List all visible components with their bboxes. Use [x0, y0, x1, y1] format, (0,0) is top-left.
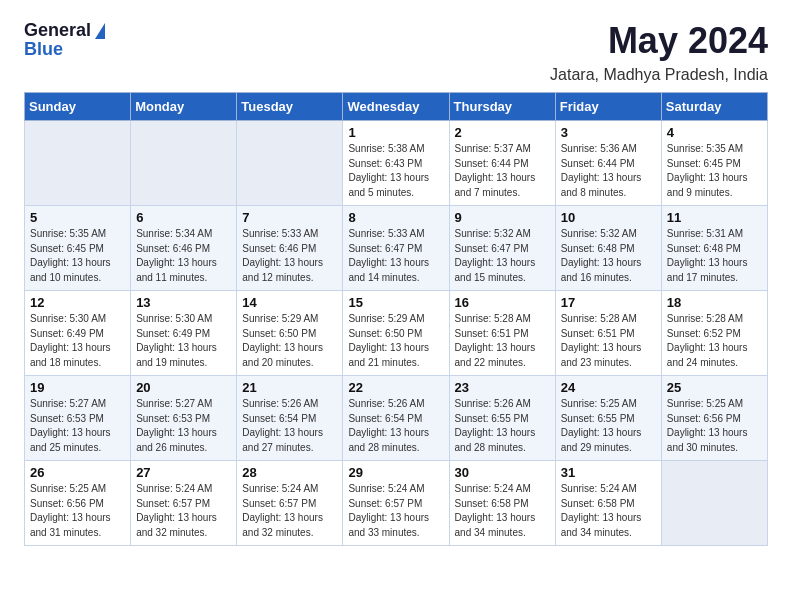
logo-triangle-icon — [95, 23, 105, 39]
col-monday: Monday — [131, 93, 237, 121]
day-number: 2 — [455, 125, 550, 140]
day-info: Sunrise: 5:30 AM Sunset: 6:49 PM Dayligh… — [136, 312, 231, 370]
day-info: Sunrise: 5:24 AM Sunset: 6:57 PM Dayligh… — [348, 482, 443, 540]
day-number: 1 — [348, 125, 443, 140]
day-info: Sunrise: 5:34 AM Sunset: 6:46 PM Dayligh… — [136, 227, 231, 285]
day-info: Sunrise: 5:38 AM Sunset: 6:43 PM Dayligh… — [348, 142, 443, 200]
table-row: 20Sunrise: 5:27 AM Sunset: 6:53 PM Dayli… — [131, 376, 237, 461]
table-row: 18Sunrise: 5:28 AM Sunset: 6:52 PM Dayli… — [661, 291, 767, 376]
day-number: 4 — [667, 125, 762, 140]
day-info: Sunrise: 5:33 AM Sunset: 6:47 PM Dayligh… — [348, 227, 443, 285]
table-row: 11Sunrise: 5:31 AM Sunset: 6:48 PM Dayli… — [661, 206, 767, 291]
day-number: 23 — [455, 380, 550, 395]
day-number: 22 — [348, 380, 443, 395]
day-number: 9 — [455, 210, 550, 225]
day-info: Sunrise: 5:33 AM Sunset: 6:46 PM Dayligh… — [242, 227, 337, 285]
day-number: 13 — [136, 295, 231, 310]
day-info: Sunrise: 5:35 AM Sunset: 6:45 PM Dayligh… — [667, 142, 762, 200]
day-info: Sunrise: 5:27 AM Sunset: 6:53 PM Dayligh… — [136, 397, 231, 455]
calendar-week-3: 12Sunrise: 5:30 AM Sunset: 6:49 PM Dayli… — [25, 291, 768, 376]
table-row: 7Sunrise: 5:33 AM Sunset: 6:46 PM Daylig… — [237, 206, 343, 291]
table-row: 25Sunrise: 5:25 AM Sunset: 6:56 PM Dayli… — [661, 376, 767, 461]
day-info: Sunrise: 5:28 AM Sunset: 6:51 PM Dayligh… — [455, 312, 550, 370]
col-thursday: Thursday — [449, 93, 555, 121]
table-row: 13Sunrise: 5:30 AM Sunset: 6:49 PM Dayli… — [131, 291, 237, 376]
day-info: Sunrise: 5:28 AM Sunset: 6:52 PM Dayligh… — [667, 312, 762, 370]
month-title: May 2024 — [608, 20, 768, 62]
logo-general: General — [24, 20, 91, 41]
day-number: 18 — [667, 295, 762, 310]
day-number: 25 — [667, 380, 762, 395]
day-number: 27 — [136, 465, 231, 480]
day-info: Sunrise: 5:26 AM Sunset: 6:54 PM Dayligh… — [242, 397, 337, 455]
table-row: 28Sunrise: 5:24 AM Sunset: 6:57 PM Dayli… — [237, 461, 343, 546]
table-row: 17Sunrise: 5:28 AM Sunset: 6:51 PM Dayli… — [555, 291, 661, 376]
table-row — [237, 121, 343, 206]
table-row — [131, 121, 237, 206]
day-info: Sunrise: 5:25 AM Sunset: 6:55 PM Dayligh… — [561, 397, 656, 455]
day-info: Sunrise: 5:36 AM Sunset: 6:44 PM Dayligh… — [561, 142, 656, 200]
title-block: May 2024 — [608, 20, 768, 62]
day-number: 11 — [667, 210, 762, 225]
page-container: General Blue May 2024 Jatara, Madhya Pra… — [0, 0, 792, 566]
day-number: 29 — [348, 465, 443, 480]
table-row: 30Sunrise: 5:24 AM Sunset: 6:58 PM Dayli… — [449, 461, 555, 546]
col-tuesday: Tuesday — [237, 93, 343, 121]
table-row: 16Sunrise: 5:28 AM Sunset: 6:51 PM Dayli… — [449, 291, 555, 376]
table-row: 14Sunrise: 5:29 AM Sunset: 6:50 PM Dayli… — [237, 291, 343, 376]
day-info: Sunrise: 5:32 AM Sunset: 6:47 PM Dayligh… — [455, 227, 550, 285]
location: Jatara, Madhya Pradesh, India — [24, 66, 768, 84]
day-number: 28 — [242, 465, 337, 480]
col-sunday: Sunday — [25, 93, 131, 121]
day-number: 5 — [30, 210, 125, 225]
table-row: 15Sunrise: 5:29 AM Sunset: 6:50 PM Dayli… — [343, 291, 449, 376]
day-number: 15 — [348, 295, 443, 310]
logo: General Blue — [24, 20, 105, 60]
table-row: 31Sunrise: 5:24 AM Sunset: 6:58 PM Dayli… — [555, 461, 661, 546]
day-number: 30 — [455, 465, 550, 480]
calendar-week-2: 5Sunrise: 5:35 AM Sunset: 6:45 PM Daylig… — [25, 206, 768, 291]
day-info: Sunrise: 5:24 AM Sunset: 6:57 PM Dayligh… — [242, 482, 337, 540]
col-saturday: Saturday — [661, 93, 767, 121]
table-row: 22Sunrise: 5:26 AM Sunset: 6:54 PM Dayli… — [343, 376, 449, 461]
day-number: 7 — [242, 210, 337, 225]
day-info: Sunrise: 5:26 AM Sunset: 6:55 PM Dayligh… — [455, 397, 550, 455]
logo-blue: Blue — [24, 39, 63, 60]
table-row: 24Sunrise: 5:25 AM Sunset: 6:55 PM Dayli… — [555, 376, 661, 461]
day-number: 21 — [242, 380, 337, 395]
day-info: Sunrise: 5:29 AM Sunset: 6:50 PM Dayligh… — [242, 312, 337, 370]
day-info: Sunrise: 5:29 AM Sunset: 6:50 PM Dayligh… — [348, 312, 443, 370]
day-number: 12 — [30, 295, 125, 310]
day-info: Sunrise: 5:26 AM Sunset: 6:54 PM Dayligh… — [348, 397, 443, 455]
table-row: 19Sunrise: 5:27 AM Sunset: 6:53 PM Dayli… — [25, 376, 131, 461]
day-info: Sunrise: 5:24 AM Sunset: 6:58 PM Dayligh… — [561, 482, 656, 540]
header: General Blue May 2024 — [24, 20, 768, 62]
col-wednesday: Wednesday — [343, 93, 449, 121]
table-row: 10Sunrise: 5:32 AM Sunset: 6:48 PM Dayli… — [555, 206, 661, 291]
table-row: 23Sunrise: 5:26 AM Sunset: 6:55 PM Dayli… — [449, 376, 555, 461]
day-info: Sunrise: 5:28 AM Sunset: 6:51 PM Dayligh… — [561, 312, 656, 370]
calendar-table: Sunday Monday Tuesday Wednesday Thursday… — [24, 92, 768, 546]
day-number: 26 — [30, 465, 125, 480]
table-row: 4Sunrise: 5:35 AM Sunset: 6:45 PM Daylig… — [661, 121, 767, 206]
calendar-week-4: 19Sunrise: 5:27 AM Sunset: 6:53 PM Dayli… — [25, 376, 768, 461]
table-row: 29Sunrise: 5:24 AM Sunset: 6:57 PM Dayli… — [343, 461, 449, 546]
day-number: 19 — [30, 380, 125, 395]
table-row: 2Sunrise: 5:37 AM Sunset: 6:44 PM Daylig… — [449, 121, 555, 206]
day-number: 3 — [561, 125, 656, 140]
day-number: 17 — [561, 295, 656, 310]
col-friday: Friday — [555, 93, 661, 121]
day-number: 20 — [136, 380, 231, 395]
day-number: 14 — [242, 295, 337, 310]
table-row: 26Sunrise: 5:25 AM Sunset: 6:56 PM Dayli… — [25, 461, 131, 546]
table-row — [661, 461, 767, 546]
calendar-week-5: 26Sunrise: 5:25 AM Sunset: 6:56 PM Dayli… — [25, 461, 768, 546]
table-row — [25, 121, 131, 206]
calendar-week-1: 1Sunrise: 5:38 AM Sunset: 6:43 PM Daylig… — [25, 121, 768, 206]
day-number: 16 — [455, 295, 550, 310]
day-number: 31 — [561, 465, 656, 480]
day-number: 8 — [348, 210, 443, 225]
day-info: Sunrise: 5:37 AM Sunset: 6:44 PM Dayligh… — [455, 142, 550, 200]
day-info: Sunrise: 5:32 AM Sunset: 6:48 PM Dayligh… — [561, 227, 656, 285]
table-row: 5Sunrise: 5:35 AM Sunset: 6:45 PM Daylig… — [25, 206, 131, 291]
